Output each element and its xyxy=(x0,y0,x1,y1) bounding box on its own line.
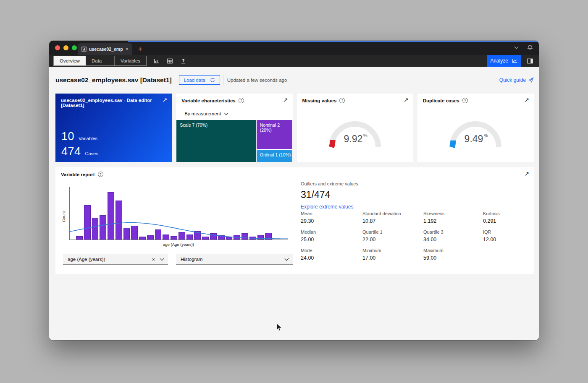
launch-icon[interactable]: ↗ xyxy=(524,96,529,103)
variable-select-dropdown[interactable]: age (Age (years)) × xyxy=(63,254,168,265)
data-editor-card-title: usecase02_employees.sav - Data editor [D… xyxy=(61,98,172,108)
chevron-down-icon xyxy=(285,256,289,261)
histogram-bar xyxy=(84,205,91,240)
chevron-down-icon xyxy=(224,111,228,115)
minimize-window-button[interactable] xyxy=(63,45,68,50)
stat-mode: Mode 24.00 xyxy=(301,248,362,261)
stat-quartile-1: Quartile 1 22.00 xyxy=(362,229,423,242)
load-data-button[interactable]: Load data xyxy=(179,75,220,85)
report-icon[interactable] xyxy=(153,58,160,64)
stat-maximum: Maximum 59.00 xyxy=(423,248,483,261)
histogram-bar xyxy=(257,235,264,240)
histogram-bar xyxy=(265,233,272,240)
stat-median: Median 25.00 xyxy=(301,229,362,242)
data-editor-card[interactable]: usecase02_employees.sav - Data editor [D… xyxy=(55,94,172,162)
treemap-cell-ordinal[interactable]: Ordinal 1 (10%) xyxy=(257,150,292,162)
histogram-bar xyxy=(186,234,193,240)
stat-quartile-3: Quartile 3 34.00 xyxy=(423,229,483,242)
quick-guide-link[interactable]: Quick guide xyxy=(499,77,534,83)
histogram-bar xyxy=(131,226,138,240)
variable-characteristics-card: Variable characteristics ? ↗ By measurem… xyxy=(176,94,292,162)
stat-kurtosis: Kurtosis 0.291 xyxy=(483,211,533,224)
treemap-cell-scale[interactable]: Scale 7 (70%) xyxy=(176,120,256,162)
traffic-lights xyxy=(55,45,77,50)
duplicate-cases-card: Duplicate cases ? ↗ 9.49 % xyxy=(417,94,534,162)
table-icon[interactable] xyxy=(167,58,173,64)
outliers-block: Outliers and extreme values 31/474 Explo… xyxy=(301,181,358,210)
updated-status: Updated a few seconds ago xyxy=(227,78,287,83)
tab-close-icon[interactable]: × xyxy=(125,46,129,52)
browser-tab[interactable]: usecase02_employe...• × xyxy=(78,43,132,55)
launch-icon[interactable]: ↗ xyxy=(524,170,529,177)
stat-mean: Mean 29.30 xyxy=(301,211,362,224)
histogram-bar xyxy=(100,215,106,240)
histogram-bar xyxy=(178,232,185,240)
histogram-bar xyxy=(218,235,225,240)
view-tabs: Overview Data Variables xyxy=(53,56,147,66)
tab-variables[interactable]: Variables xyxy=(114,56,146,65)
histogram-bar xyxy=(76,236,83,240)
histogram-bar xyxy=(234,235,240,240)
stat-skewness: Skewness 1.192 xyxy=(423,211,483,224)
histogram-bar xyxy=(171,236,177,240)
help-icon[interactable]: ? xyxy=(239,98,244,103)
histogram-bar xyxy=(92,218,99,240)
statistics-grid: Mean 29.30 Standard deviation 10.87 Skew… xyxy=(301,211,533,261)
outliers-label: Outliers and extreme values xyxy=(301,181,358,186)
help-icon[interactable]: ? xyxy=(462,98,468,103)
summary-cards: usecase02_employees.sav - Data editor [D… xyxy=(55,94,534,162)
analyze-button[interactable]: Analyze xyxy=(487,55,521,67)
header-divider xyxy=(223,75,223,85)
clear-selection-icon[interactable]: × xyxy=(152,256,155,263)
side-panel-toggle[interactable] xyxy=(521,55,539,67)
histogram-bar xyxy=(202,237,209,240)
measurement-treemap: Scale 7 (70%) Nominal 2 (20%) Ordinal 1 … xyxy=(176,120,292,162)
stat-iqr: IQR 12.00 xyxy=(483,229,533,242)
histogram-bar xyxy=(194,231,201,240)
dataset-header: usecase02_employees.sav [Dataset1] Load … xyxy=(55,75,534,85)
launch-icon[interactable]: ↗ xyxy=(283,96,288,103)
histogram-plot xyxy=(69,187,288,240)
upload-icon[interactable] xyxy=(180,58,186,64)
missing-values-title: Missing values xyxy=(302,98,337,103)
tab-data[interactable]: Data xyxy=(86,56,114,65)
histogram-bar xyxy=(123,228,130,240)
chrome-controls xyxy=(515,44,533,51)
variables-label: Variables xyxy=(79,136,97,141)
svg-text:9.49: 9.49 xyxy=(465,133,483,144)
chart-type-dropdown[interactable]: Histogram xyxy=(176,254,293,265)
by-measurement-dropdown[interactable]: By measurement xyxy=(184,111,228,116)
stat-standard-deviation: Standard deviation 10.87 xyxy=(362,211,423,224)
help-icon[interactable]: ? xyxy=(339,98,345,103)
dataset-title: usecase02_employees.sav [Dataset1] xyxy=(55,76,172,84)
zoom-window-button[interactable] xyxy=(72,45,77,50)
x-axis-label: age (Age (years)) xyxy=(69,242,288,247)
histogram-bar xyxy=(147,235,154,240)
data-editor-stats: 10 Variables 474 Cases xyxy=(61,128,98,158)
chevron-down-icon[interactable] xyxy=(514,45,519,49)
explore-extreme-values-link[interactable]: Explore extreme values xyxy=(301,204,358,210)
side-panel-icon xyxy=(527,58,533,64)
tab-overview[interactable]: Overview xyxy=(54,56,86,65)
missing-values-card: Missing values ? ↗ 9.92 % xyxy=(297,94,413,162)
launch-icon[interactable]: ↗ xyxy=(163,96,168,103)
duplicate-cases-title: Duplicate cases xyxy=(423,98,459,103)
bell-icon[interactable] xyxy=(527,44,533,51)
outliers-value: 31/474 xyxy=(301,189,358,201)
chevron-down-icon xyxy=(160,256,164,261)
window-accent-line xyxy=(128,41,539,42)
new-tab-icon[interactable]: + xyxy=(138,46,142,52)
launch-icon[interactable]: ↗ xyxy=(404,96,409,103)
svg-text:%: % xyxy=(363,133,368,138)
histogram-bar xyxy=(210,233,217,240)
histogram-bar xyxy=(116,201,122,240)
variable-characteristics-title: Variable characteristics xyxy=(181,98,236,103)
page-content: usecase02_employees.sav [Dataset1] Load … xyxy=(49,67,539,340)
histogram-bar xyxy=(163,234,169,240)
histogram-bar xyxy=(242,233,248,240)
close-window-button[interactable] xyxy=(55,45,60,50)
histogram-bar xyxy=(249,237,256,240)
toolbar-icons xyxy=(153,55,186,67)
treemap-cell-nominal[interactable]: Nominal 2 (20%) xyxy=(257,120,292,149)
help-icon[interactable]: ? xyxy=(98,172,103,177)
